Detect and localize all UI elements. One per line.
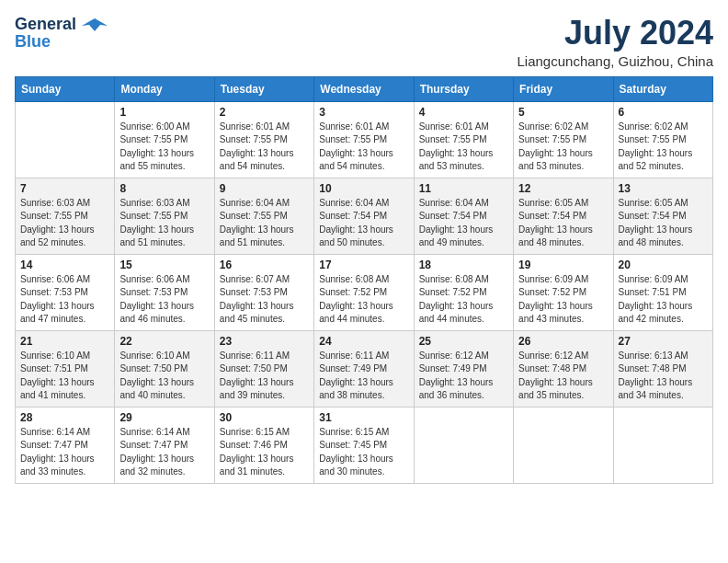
day-number: 30 <box>220 411 309 424</box>
calendar-cell: 5Sunrise: 6:02 AMSunset: 7:55 PMDaylight… <box>514 101 613 178</box>
page-header: General Blue July 2024 Liangcunchang, Gu… <box>15 15 713 69</box>
day-info: Sunrise: 6:12 AMSunset: 7:48 PMDaylight:… <box>518 350 608 403</box>
calendar-cell: 7Sunrise: 6:03 AMSunset: 7:55 PMDaylight… <box>16 178 115 254</box>
week-row-1: 1Sunrise: 6:00 AMSunset: 7:55 PMDaylight… <box>16 101 713 178</box>
day-info: Sunrise: 6:11 AMSunset: 7:50 PMDaylight:… <box>220 350 309 403</box>
calendar-cell <box>16 101 115 178</box>
logo-bird-icon <box>82 17 108 33</box>
calendar-cell: 11Sunrise: 6:04 AMSunset: 7:54 PMDayligh… <box>414 178 513 254</box>
day-number: 6 <box>619 106 708 119</box>
day-number: 29 <box>119 411 209 424</box>
day-info: Sunrise: 6:05 AMSunset: 7:54 PMDaylight:… <box>518 197 608 250</box>
day-info: Sunrise: 6:10 AMSunset: 7:50 PMDaylight:… <box>119 350 209 403</box>
day-info: Sunrise: 6:04 AMSunset: 7:54 PMDaylight:… <box>319 197 408 250</box>
day-number: 24 <box>319 335 408 348</box>
day-number: 25 <box>419 335 508 348</box>
day-number: 1 <box>119 106 209 119</box>
calendar-cell: 28Sunrise: 6:14 AMSunset: 7:47 PMDayligh… <box>16 407 115 483</box>
day-info: Sunrise: 6:00 AMSunset: 7:55 PMDaylight:… <box>119 121 209 174</box>
day-info: Sunrise: 6:05 AMSunset: 7:54 PMDaylight:… <box>619 197 708 250</box>
day-info: Sunrise: 6:10 AMSunset: 7:51 PMDaylight:… <box>20 350 109 403</box>
day-info: Sunrise: 6:08 AMSunset: 7:52 PMDaylight:… <box>419 273 508 327</box>
day-number: 14 <box>20 259 109 271</box>
day-number: 4 <box>419 106 508 119</box>
calendar-cell: 22Sunrise: 6:10 AMSunset: 7:50 PMDayligh… <box>115 330 214 407</box>
calendar-cell: 2Sunrise: 6:01 AMSunset: 7:55 PMDaylight… <box>214 101 313 178</box>
day-info: Sunrise: 6:14 AMSunset: 7:47 PMDaylight:… <box>20 426 109 479</box>
calendar-cell: 23Sunrise: 6:11 AMSunset: 7:50 PMDayligh… <box>214 330 313 407</box>
day-number: 21 <box>20 335 109 348</box>
day-info: Sunrise: 6:15 AMSunset: 7:46 PMDaylight:… <box>220 426 309 479</box>
day-info: Sunrise: 6:06 AMSunset: 7:53 PMDaylight:… <box>119 273 209 327</box>
day-number: 12 <box>518 182 608 195</box>
day-number: 22 <box>119 335 209 348</box>
calendar-cell: 6Sunrise: 6:02 AMSunset: 7:55 PMDaylight… <box>613 101 712 178</box>
day-number: 11 <box>419 182 508 195</box>
header-wednesday: Wednesday <box>314 76 414 101</box>
header-thursday: Thursday <box>414 76 513 101</box>
day-info: Sunrise: 6:15 AMSunset: 7:45 PMDaylight:… <box>319 426 408 479</box>
calendar-cell: 15Sunrise: 6:06 AMSunset: 7:53 PMDayligh… <box>115 254 214 330</box>
day-info: Sunrise: 6:04 AMSunset: 7:54 PMDaylight:… <box>419 197 508 250</box>
header-row: SundayMondayTuesdayWednesdayThursdayFrid… <box>16 76 713 101</box>
header-sunday: Sunday <box>16 76 115 101</box>
day-number: 13 <box>619 182 708 195</box>
day-number: 19 <box>518 259 608 271</box>
day-number: 17 <box>319 259 408 271</box>
day-info: Sunrise: 6:03 AMSunset: 7:55 PMDaylight:… <box>20 197 109 250</box>
calendar-cell: 12Sunrise: 6:05 AMSunset: 7:54 PMDayligh… <box>514 178 613 254</box>
day-number: 20 <box>619 259 708 271</box>
day-info: Sunrise: 6:01 AMSunset: 7:55 PMDaylight:… <box>220 121 309 174</box>
header-tuesday: Tuesday <box>214 76 313 101</box>
header-saturday: Saturday <box>613 76 712 101</box>
day-info: Sunrise: 6:09 AMSunset: 7:51 PMDaylight:… <box>619 273 708 327</box>
calendar-table: SundayMondayTuesdayWednesdayThursdayFrid… <box>15 76 713 484</box>
day-number: 9 <box>220 182 309 195</box>
week-row-5: 28Sunrise: 6:14 AMSunset: 7:47 PMDayligh… <box>16 407 713 483</box>
day-number: 15 <box>119 259 209 271</box>
calendar-cell: 20Sunrise: 6:09 AMSunset: 7:51 PMDayligh… <box>613 254 712 330</box>
day-number: 5 <box>518 106 608 119</box>
calendar-cell <box>613 407 712 483</box>
logo-blue: Blue <box>15 32 51 52</box>
day-number: 26 <box>518 335 608 348</box>
day-number: 16 <box>220 259 309 271</box>
day-info: Sunrise: 6:02 AMSunset: 7:55 PMDaylight:… <box>619 121 708 174</box>
calendar-cell: 13Sunrise: 6:05 AMSunset: 7:54 PMDayligh… <box>613 178 712 254</box>
location: Liangcunchang, Guizhou, China <box>518 53 714 69</box>
calendar-cell: 24Sunrise: 6:11 AMSunset: 7:49 PMDayligh… <box>314 330 414 407</box>
calendar-cell: 8Sunrise: 6:03 AMSunset: 7:55 PMDaylight… <box>115 178 214 254</box>
calendar-cell: 9Sunrise: 6:04 AMSunset: 7:55 PMDaylight… <box>214 178 313 254</box>
calendar-cell: 30Sunrise: 6:15 AMSunset: 7:46 PMDayligh… <box>214 407 313 483</box>
day-info: Sunrise: 6:14 AMSunset: 7:47 PMDaylight:… <box>119 426 209 479</box>
calendar-cell: 16Sunrise: 6:07 AMSunset: 7:53 PMDayligh… <box>214 254 313 330</box>
logo: General Blue <box>15 15 108 52</box>
calendar-cell: 21Sunrise: 6:10 AMSunset: 7:51 PMDayligh… <box>16 330 115 407</box>
week-row-4: 21Sunrise: 6:10 AMSunset: 7:51 PMDayligh… <box>16 330 713 407</box>
week-row-2: 7Sunrise: 6:03 AMSunset: 7:55 PMDaylight… <box>16 178 713 254</box>
day-number: 23 <box>220 335 309 348</box>
day-info: Sunrise: 6:08 AMSunset: 7:52 PMDaylight:… <box>319 273 408 327</box>
calendar-cell: 10Sunrise: 6:04 AMSunset: 7:54 PMDayligh… <box>314 178 414 254</box>
day-number: 28 <box>20 411 109 424</box>
day-number: 18 <box>419 259 508 271</box>
day-info: Sunrise: 6:02 AMSunset: 7:55 PMDaylight:… <box>518 121 608 174</box>
day-info: Sunrise: 6:06 AMSunset: 7:53 PMDaylight:… <box>20 273 109 327</box>
calendar-cell: 4Sunrise: 6:01 AMSunset: 7:55 PMDaylight… <box>414 101 513 178</box>
day-info: Sunrise: 6:04 AMSunset: 7:55 PMDaylight:… <box>220 197 309 250</box>
day-info: Sunrise: 6:01 AMSunset: 7:55 PMDaylight:… <box>419 121 508 174</box>
day-info: Sunrise: 6:03 AMSunset: 7:55 PMDaylight:… <box>119 197 209 250</box>
calendar-cell: 29Sunrise: 6:14 AMSunset: 7:47 PMDayligh… <box>115 407 214 483</box>
calendar-cell: 31Sunrise: 6:15 AMSunset: 7:45 PMDayligh… <box>314 407 414 483</box>
day-number: 27 <box>619 335 708 348</box>
calendar-cell: 26Sunrise: 6:12 AMSunset: 7:48 PMDayligh… <box>514 330 613 407</box>
title-block: July 2024 Liangcunchang, Guizhou, China <box>518 15 714 69</box>
calendar-cell: 27Sunrise: 6:13 AMSunset: 7:48 PMDayligh… <box>613 330 712 407</box>
calendar-cell: 17Sunrise: 6:08 AMSunset: 7:52 PMDayligh… <box>314 254 414 330</box>
calendar-cell: 18Sunrise: 6:08 AMSunset: 7:52 PMDayligh… <box>414 254 513 330</box>
svg-marker-0 <box>82 18 108 31</box>
day-number: 3 <box>319 106 408 119</box>
day-number: 2 <box>220 106 309 119</box>
calendar-cell: 14Sunrise: 6:06 AMSunset: 7:53 PMDayligh… <box>16 254 115 330</box>
week-row-3: 14Sunrise: 6:06 AMSunset: 7:53 PMDayligh… <box>16 254 713 330</box>
